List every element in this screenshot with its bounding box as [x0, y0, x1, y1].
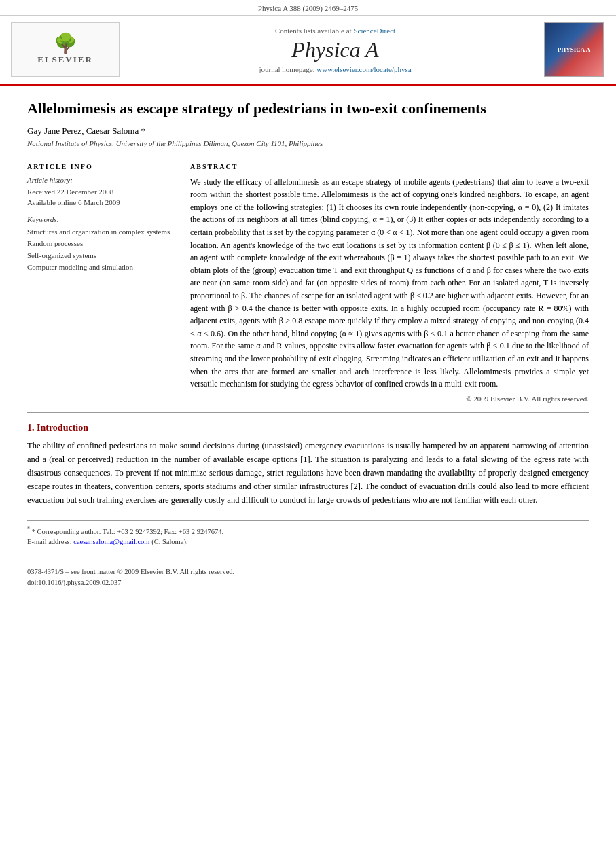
- sciencedirect-label: Contents lists available at ScienceDirec…: [134, 26, 536, 35]
- journal-title-area: Contents lists available at ScienceDirec…: [134, 26, 536, 73]
- footnote-divider: [27, 520, 589, 521]
- history-label: Article history:: [27, 176, 177, 184]
- affiliation: National Institute of Physics, Universit…: [27, 139, 589, 147]
- keywords-list: Structures and organization in complex s…: [27, 226, 177, 274]
- homepage-link[interactable]: www.elsevier.com/locate/physa: [316, 65, 411, 73]
- keywords-label: Keywords:: [27, 215, 177, 223]
- keyword-1: Structures and organization in complex s…: [27, 226, 177, 238]
- article-history: Article history: Received 22 December 20…: [27, 176, 177, 209]
- article-content: Allelomimesis as escape strategy of pede…: [0, 86, 616, 561]
- authors: Gay Jane Perez, Caesar Saloma *: [27, 126, 589, 137]
- article-info-abstract: ARTICLE INFO Article history: Received 2…: [27, 163, 589, 403]
- footnote-person: (C. Saloma).: [151, 538, 187, 545]
- footnote-email-label: E-mail address:: [27, 538, 72, 545]
- tree-icon: 🌳: [54, 34, 77, 53]
- page-footer: 0378-4371/$ – see front matter © 2009 El…: [0, 567, 616, 590]
- keyword-4: Computer modeling and simulation: [27, 262, 177, 274]
- article-title: Allelomimesis as escape strategy of pede…: [27, 99, 589, 119]
- section-divider: [27, 412, 589, 413]
- intro-heading: 1. Introduction: [27, 423, 589, 433]
- history-online: Available online 6 March 2009: [27, 197, 177, 209]
- elsevier-logo: 🌳 ELSEVIER: [11, 22, 120, 77]
- keyword-3: Self-organized systems: [27, 250, 177, 262]
- elsevier-wordmark: ELSEVIER: [37, 54, 93, 65]
- journal-thumbnail-area: PHYSICA A: [544, 22, 605, 77]
- journal-title: Physica A: [134, 37, 536, 62]
- footnote-star-symbol: *: [27, 527, 32, 535]
- keyword-2: Random processes: [27, 238, 177, 250]
- footnote-email-link[interactable]: caesar.saloma@gmail.com: [73, 538, 149, 545]
- sciencedirect-link[interactable]: ScienceDirect: [353, 26, 395, 35]
- abstract-text: We study the efficacy of allelomimesis a…: [190, 176, 589, 391]
- footnote-corresponding: * * Corresponding author. Tel.: +63 2 92…: [27, 525, 589, 548]
- copyright: © 2009 Elsevier B.V. All rights reserved…: [190, 395, 589, 403]
- abstract-column: ABSTRACT We study the efficacy of allelo…: [190, 163, 589, 403]
- footer-doi: doi:10.1016/j.physa.2009.02.037: [27, 577, 589, 589]
- journal-cover-thumbnail: PHYSICA A: [544, 22, 604, 77]
- divider: [27, 156, 589, 156]
- journal-citation: Physica A 388 (2009) 2469–2475: [0, 0, 616, 16]
- history-received: Received 22 December 2008: [27, 186, 177, 198]
- intro-text: The ability of confined pedestrians to m…: [27, 439, 589, 507]
- article-info-label: ARTICLE INFO: [27, 163, 177, 171]
- article-info-column: ARTICLE INFO Article history: Received 2…: [27, 163, 177, 403]
- keywords-section: Keywords: Structures and organization in…: [27, 215, 177, 274]
- abstract-label: ABSTRACT: [190, 163, 589, 171]
- journal-header: 🌳 ELSEVIER Contents lists available at S…: [0, 16, 616, 86]
- journal-homepage: journal homepage: www.elsevier.com/locat…: [134, 65, 536, 73]
- footer-issn: 0378-4371/$ – see front matter © 2009 El…: [27, 567, 589, 578]
- publisher-logo-area: 🌳 ELSEVIER: [11, 22, 126, 77]
